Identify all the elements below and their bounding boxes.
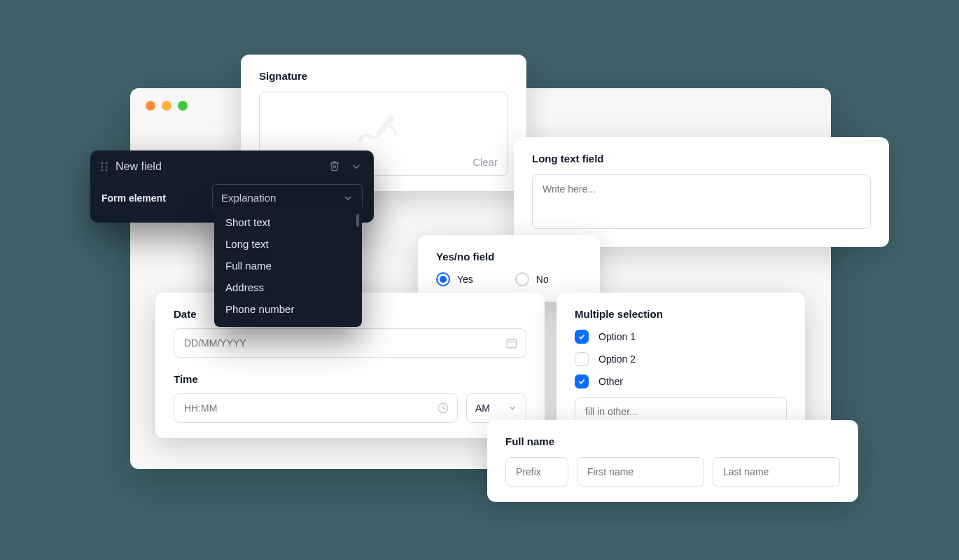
radio-yes-label: Yes [457, 274, 473, 285]
window-controls [146, 101, 188, 111]
new-field-title: New field [115, 160, 329, 173]
multi-title: Multiple selection [575, 308, 787, 320]
checkbox-other[interactable]: Other [575, 374, 787, 388]
dropdown-option[interactable]: Short text [214, 211, 362, 233]
time-input[interactable] [174, 393, 458, 423]
window-close-icon[interactable] [146, 101, 155, 111]
chevron-down-icon [507, 403, 517, 413]
chevron-down-icon [342, 192, 354, 204]
last-name-input[interactable] [713, 457, 840, 486]
first-name-input[interactable] [577, 457, 704, 486]
checkbox-option-1[interactable]: Option 1 [575, 330, 787, 344]
svg-point-9 [102, 162, 104, 164]
window-minimize-icon[interactable] [162, 101, 172, 111]
prefix-input[interactable] [505, 457, 568, 486]
calendar-icon[interactable] [505, 337, 518, 349]
checkbox-icon [575, 352, 589, 366]
radio-icon [515, 272, 529, 286]
fullname-title: Full name [505, 435, 840, 447]
signature-title: Signature [259, 70, 508, 82]
long-text-card: Long text field [514, 137, 889, 247]
long-text-title: Long text field [532, 153, 871, 164]
yesno-card: Yes/no field Yes No [418, 235, 600, 302]
scrollbar-thumb[interactable] [356, 214, 359, 227]
svg-point-14 [106, 169, 108, 172]
radio-no-label: No [536, 274, 549, 285]
checkbox-label: Other [598, 376, 623, 387]
ampm-value: AM [475, 402, 490, 414]
checkbox-label: Option 2 [598, 354, 636, 365]
form-element-selected: Explanation [221, 192, 276, 204]
svg-point-12 [106, 166, 108, 168]
long-text-input[interactable] [532, 174, 871, 229]
svg-rect-2 [507, 340, 517, 348]
trash-icon[interactable] [329, 160, 340, 173]
dropdown-option[interactable]: Full name [214, 255, 362, 276]
checkbox-option-2[interactable]: Option 2 [575, 352, 787, 366]
date-input[interactable] [174, 328, 526, 358]
dropdown-option[interactable]: Long text [214, 233, 362, 255]
signature-clear-button[interactable]: Clear [472, 156, 498, 168]
signature-icon [356, 112, 412, 147]
checkbox-label: Option 1 [598, 331, 636, 342]
time-label: Time [174, 373, 526, 385]
chevron-down-icon[interactable] [350, 160, 363, 173]
clock-icon[interactable] [437, 402, 449, 414]
svg-rect-0 [377, 115, 395, 134]
full-name-card: Full name [487, 420, 858, 502]
checkbox-icon [575, 330, 589, 344]
radio-icon [436, 272, 450, 286]
window-maximize-icon[interactable] [178, 101, 188, 111]
svg-point-10 [106, 162, 108, 164]
radio-no[interactable]: No [515, 272, 549, 286]
radio-yes[interactable]: Yes [436, 272, 473, 286]
svg-line-8 [443, 408, 445, 410]
form-element-dropdown: Short text Long text Full name Address P… [214, 207, 362, 327]
svg-point-11 [102, 166, 104, 168]
ampm-select[interactable]: AM [466, 393, 526, 423]
dropdown-option[interactable]: Phone number [214, 298, 362, 320]
dropdown-option[interactable]: Address [214, 276, 362, 298]
svg-point-13 [102, 169, 104, 172]
yesno-title: Yes/no field [436, 251, 582, 262]
drag-handle-icon[interactable] [100, 161, 108, 172]
form-element-label: Form element [102, 192, 200, 204]
checkbox-icon [575, 374, 589, 388]
